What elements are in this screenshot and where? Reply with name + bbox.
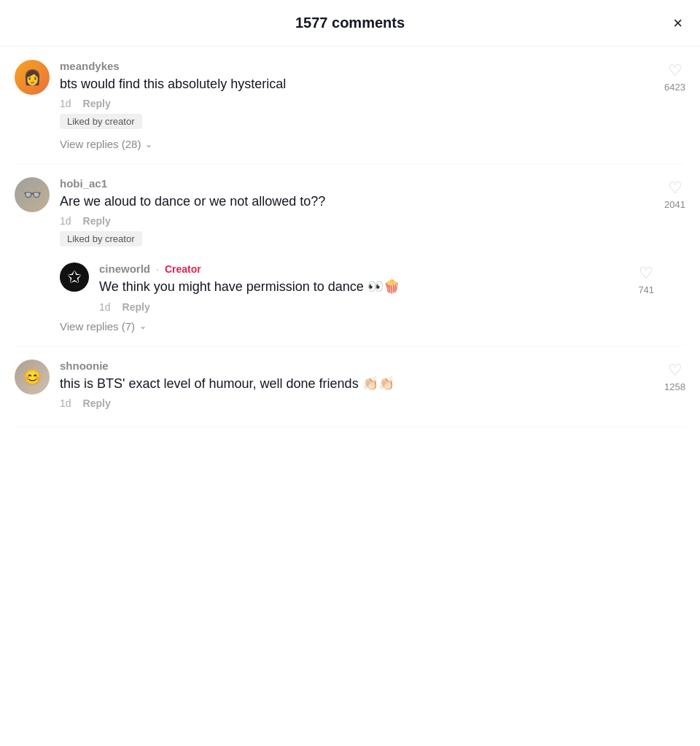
comment-text: this is BTS' exact level of humour, well… xyxy=(60,375,654,393)
reply-button[interactable]: Reply xyxy=(83,98,111,109)
likes-count: 2041 xyxy=(664,199,685,210)
reply-avatar: ✩ xyxy=(60,263,89,292)
comment-time: 1d xyxy=(60,98,71,109)
likes-count: 1258 xyxy=(664,381,685,392)
chevron-down-icon: ⌄ xyxy=(145,139,152,149)
comment-likes: ♡1258 xyxy=(664,360,685,392)
comment-likes: ♡2041 xyxy=(664,177,685,210)
chevron-down-icon: ⌄ xyxy=(139,321,147,331)
heart-icon[interactable]: ♡ xyxy=(668,63,682,79)
heart-icon[interactable]: ♡ xyxy=(639,265,653,281)
avatar: 👓 xyxy=(15,177,50,212)
comment-item: 👩meandykesbts would find this absolutely… xyxy=(15,47,685,164)
dot-separator: · xyxy=(156,263,159,275)
creator-badge: Creator xyxy=(165,263,201,275)
likes-count: 6423 xyxy=(664,82,685,93)
reply-likes: ♡741 xyxy=(638,263,654,295)
reply-button[interactable]: Reply xyxy=(83,397,111,409)
comment-meta: 1dReply xyxy=(60,215,654,227)
comment-username: meandykes xyxy=(60,60,654,72)
comment-body: shnooniethis is BTS' exact level of humo… xyxy=(60,360,654,413)
view-replies-label: View replies (28) xyxy=(60,138,141,150)
comment-item: 👓hobi_ac1Are we aloud to dance or we not… xyxy=(15,164,685,346)
reply-text: We think you might have permission to da… xyxy=(99,278,628,296)
close-button[interactable]: × xyxy=(673,15,682,31)
liked-by-creator-badge: Liked by creator xyxy=(60,114,142,129)
comment-item: 😊shnooniethis is BTS' exact level of hum… xyxy=(15,346,685,427)
comments-list: 👩meandykesbts would find this absolutely… xyxy=(0,47,700,427)
reply-username-row: cineworld·Creator xyxy=(99,263,628,275)
comment-likes: ♡6423 xyxy=(664,60,685,93)
comment-body: hobi_ac1Are we aloud to dance or we not … xyxy=(60,177,654,332)
comment-text: Are we aloud to dance or we not allowed … xyxy=(60,193,654,211)
likes-count: 741 xyxy=(638,284,654,295)
avatar: 😊 xyxy=(15,360,50,395)
comment-time: 1d xyxy=(60,397,71,409)
view-replies-label: View replies (7) xyxy=(60,320,135,333)
comment-text: bts would find this absolutely hysterica… xyxy=(60,75,654,93)
avatar-emoji: 😊 xyxy=(15,360,50,395)
liked-by-creator-badge: Liked by creator xyxy=(60,231,142,246)
avatar: 👩 xyxy=(15,60,50,95)
comment-time: 1d xyxy=(60,215,71,227)
reply-username: cineworld xyxy=(99,263,150,275)
star-icon: ✩ xyxy=(67,268,82,286)
reply-button[interactable]: Reply xyxy=(83,215,111,227)
comment-meta: 1dReply xyxy=(60,98,654,109)
comment-meta: 1dReply xyxy=(60,397,654,409)
comments-title: 1577 comments xyxy=(295,15,405,31)
reply-reply-button[interactable]: Reply xyxy=(122,301,150,313)
comment-username: hobi_ac1 xyxy=(60,177,654,190)
comment-body: meandykesbts would find this absolutely … xyxy=(60,60,654,150)
reply-time: 1d xyxy=(99,301,111,313)
heart-icon[interactable]: ♡ xyxy=(668,362,682,378)
avatar-emoji: 👩 xyxy=(15,60,50,95)
reply-comment: ✩cineworld·CreatorWe think you might hav… xyxy=(60,263,654,316)
view-replies-button[interactable]: View replies (28)⌄ xyxy=(60,138,152,150)
reply-body: cineworld·CreatorWe think you might have… xyxy=(99,263,628,316)
avatar-emoji: 👓 xyxy=(15,177,50,212)
comments-header: 1577 comments × xyxy=(0,0,700,47)
reply-meta: 1dReply xyxy=(99,301,628,313)
heart-icon[interactable]: ♡ xyxy=(668,180,682,196)
comment-username: shnoonie xyxy=(60,360,654,372)
view-replies-button[interactable]: View replies (7)⌄ xyxy=(60,320,147,333)
